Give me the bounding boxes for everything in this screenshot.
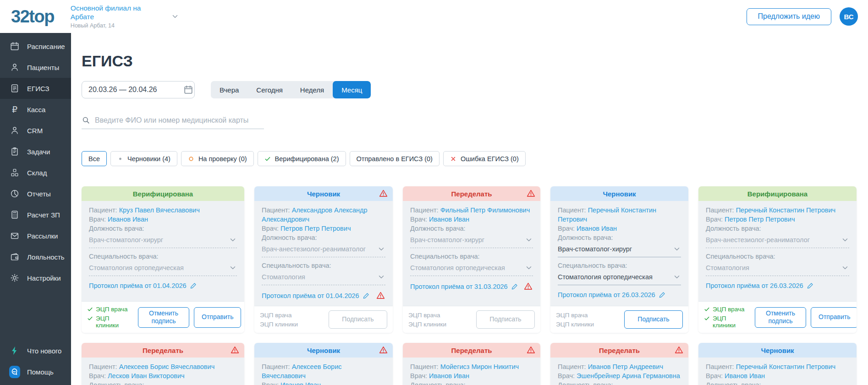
check-icon xyxy=(87,315,93,321)
doctor-label: Врач: xyxy=(706,372,725,380)
sign-button[interactable]: Подписать xyxy=(476,310,535,329)
branch-text: Основной филиал на Арбате Новый Арбат, 1… xyxy=(71,4,165,29)
doctor-link[interactable]: Эшенбрейнер Арина Германовна xyxy=(577,372,680,380)
specialty-select[interactable]: Стоматология xyxy=(262,270,385,285)
date-range-input[interactable] xyxy=(88,86,183,94)
sidebar-item-zadachi[interactable]: Задачи xyxy=(0,141,71,162)
position-select[interactable]: Врач-анестезиолог-реаниматолог xyxy=(262,242,385,257)
date-range-picker[interactable] xyxy=(82,81,195,98)
unsign-button[interactable]: Отменить подпись xyxy=(755,307,806,328)
specialty-value: Стоматология ортопедическая xyxy=(89,264,184,271)
specialty-select[interactable]: Стоматология xyxy=(706,261,849,276)
sidebar-item-kassa[interactable]: ₽ Касса xyxy=(0,99,71,120)
doctor-link[interactable]: Петров Петр Петрович xyxy=(725,216,795,223)
position-select[interactable]: Врач-стоматолог-хирург xyxy=(89,233,237,248)
position-select[interactable]: Врач-анестезиолог-реаниматолог xyxy=(706,233,849,248)
sidebar-item-pacienty[interactable]: Пациенты xyxy=(0,57,71,78)
filter-chip-na-proverku[interactable]: На проверку (0) xyxy=(181,151,254,166)
filter-chip-verificirovana[interactable]: Верифицирована (2) xyxy=(258,151,346,166)
card-status-header: Переделать xyxy=(550,343,688,358)
sidebar-item-label: Отчеты xyxy=(27,190,51,198)
calendar-icon xyxy=(9,41,20,52)
sidebar-item-rassylki[interactable]: Рассылки xyxy=(0,225,71,246)
protocol-link[interactable]: Протокол приёма от 26.03.2026 xyxy=(558,291,666,298)
filter-chip-oshibka[interactable]: Ошибка ЕГИСЗ (0) xyxy=(443,151,526,166)
patient-line: Пациент: Алексеев Борис Вячеславович xyxy=(89,362,237,371)
search-input[interactable] xyxy=(95,116,264,125)
doctor-link[interactable]: Иванов Иван xyxy=(429,216,469,223)
protocol-link[interactable]: Протокол приёма от 26.03.2026 xyxy=(706,282,814,289)
card-footer: ЭЦП врача ЭЦП клиники Подписать xyxy=(254,306,393,333)
patient-link[interactable]: Перечный Константин Петрович xyxy=(736,206,835,214)
protocol-link[interactable]: Протокол приёма от 01.04.2026 xyxy=(262,292,370,299)
sidebar-item-crm[interactable]: CRM xyxy=(0,120,71,141)
doctor-line: Врач: Иванов Иван xyxy=(410,215,533,224)
doctor-link[interactable]: Иванов Иван xyxy=(108,216,148,223)
avatar[interactable]: ВС xyxy=(840,7,858,26)
specialty-select[interactable]: Стоматология ортопедическая xyxy=(410,261,533,276)
send-button[interactable]: Отправить xyxy=(194,307,241,328)
doctor-link[interactable]: Иванов Иван xyxy=(280,381,321,385)
warning-icon xyxy=(379,189,388,198)
sidebar-item-pomosch[interactable]: Помощь xyxy=(0,361,71,382)
sidebar-item-label: Рассылки xyxy=(27,232,58,240)
chevron-down-icon xyxy=(377,245,385,253)
sidebar-item-chto-novogo[interactable]: Что нового xyxy=(0,340,71,361)
doctor-link[interactable]: Иванов Иван xyxy=(725,372,765,380)
send-button[interactable]: Отправить xyxy=(811,307,857,328)
position-value: Врач-стоматолог-хирург xyxy=(558,245,632,253)
period-tab-segodnya[interactable]: Сегодня xyxy=(247,81,291,98)
filter-chip-otpravleno[interactable]: Отправлено в ЕГИСЗ (0) xyxy=(350,151,439,166)
patient-link[interactable]: Алексеев Борис Вячеславович xyxy=(119,363,215,370)
suggest-idea-button[interactable]: Предложить идею xyxy=(747,8,831,25)
patient-line: Пациент: Перечный Константин Петрович xyxy=(558,206,681,224)
patient-link[interactable]: Перечный Константин Петрович xyxy=(736,363,835,370)
doctor-line: Врач: Иванов Иван xyxy=(706,371,849,380)
unsign-button[interactable]: Отменить подпись xyxy=(138,307,189,328)
patient-link[interactable]: Иванов Петр Андреевич xyxy=(588,363,663,370)
doctor-label: Врач: xyxy=(89,372,108,380)
protocol-card: Переделать Пациент: Мойегисз Мирон Никит… xyxy=(403,343,540,385)
doctor-link[interactable]: Иванов Иван xyxy=(429,372,469,380)
filter-chip-chernoviki[interactable]: Черновики (4) xyxy=(110,151,177,166)
sign-button[interactable]: Подписать xyxy=(329,310,387,329)
period-tab-nedelya[interactable]: Неделя xyxy=(291,81,333,98)
esign-clinic: ЭЦП клиники xyxy=(556,321,603,328)
circle-icon xyxy=(188,156,194,162)
protocol-link[interactable]: Протокол приёма от 31.03.2026 xyxy=(410,282,519,290)
specialty-label: Специальность врача: xyxy=(89,252,237,261)
sidebar-item-loyalnost[interactable]: Лояльность xyxy=(0,246,71,267)
sidebar-item-otchety[interactable]: Отчеты xyxy=(0,183,71,204)
sidebar-item-raschet-zp[interactable]: Расчет ЗП xyxy=(0,204,71,225)
protocol-link[interactable]: Протокол приёма от 01.04.2026 xyxy=(89,282,198,289)
branch-selector[interactable]: Основной филиал на Арбате Новый Арбат, 1… xyxy=(71,4,179,29)
patient-line: Пациент: Перечный Константин Петрович xyxy=(706,362,849,371)
esign-status: ЭЦП врача ЭЦП клиники xyxy=(408,312,455,328)
esign-doctor: ЭЦП врача xyxy=(704,306,751,313)
doctor-line: Врач: Эшенбрейнер Арина Германовна xyxy=(558,371,681,380)
doctor-link[interactable]: Иванов Иван xyxy=(577,225,617,232)
patient-link[interactable]: Фильный Петр Филимонович xyxy=(440,206,530,214)
patient-link[interactable]: Круз Павел Вячеславович xyxy=(119,206,200,214)
patient-link[interactable]: Мойегисз Мирон Никитич xyxy=(440,363,519,370)
period-tab-mesyac[interactable]: Месяц xyxy=(333,81,371,98)
specialty-select[interactable]: Стоматология ортопедическая xyxy=(89,261,237,276)
sidebar-item-egisz[interactable]: ЕГИСЗ xyxy=(0,78,71,99)
sign-button[interactable]: Подписать xyxy=(624,310,683,329)
card-status-header: Черновик xyxy=(698,343,857,358)
filter-chip-vse[interactable]: Все xyxy=(82,151,107,166)
sidebar-item-nastroyki[interactable]: Настройки xyxy=(0,267,71,288)
doctor-link[interactable]: Петров Петр Петрович xyxy=(280,225,351,232)
card-status-header: Черновик xyxy=(254,343,393,358)
position-select[interactable]: Врач-стоматолог-хирург xyxy=(410,233,533,248)
period-tab-vchera[interactable]: Вчера xyxy=(211,81,247,98)
chevron-down-icon xyxy=(525,264,533,272)
position-select[interactable]: Врач-стоматолог-хирург xyxy=(558,242,681,257)
specialty-select[interactable]: Стоматология ортопедическая xyxy=(558,270,681,285)
doctor-link[interactable]: Лесков Иван Викторович xyxy=(108,372,185,380)
sidebar-item-raspisanie[interactable]: Расписание xyxy=(0,36,71,57)
status-badge: Черновик xyxy=(603,190,636,198)
chevron-down-icon xyxy=(841,264,849,272)
sidebar-item-sklad[interactable]: Склад xyxy=(0,162,71,183)
boxes-icon xyxy=(9,167,20,178)
